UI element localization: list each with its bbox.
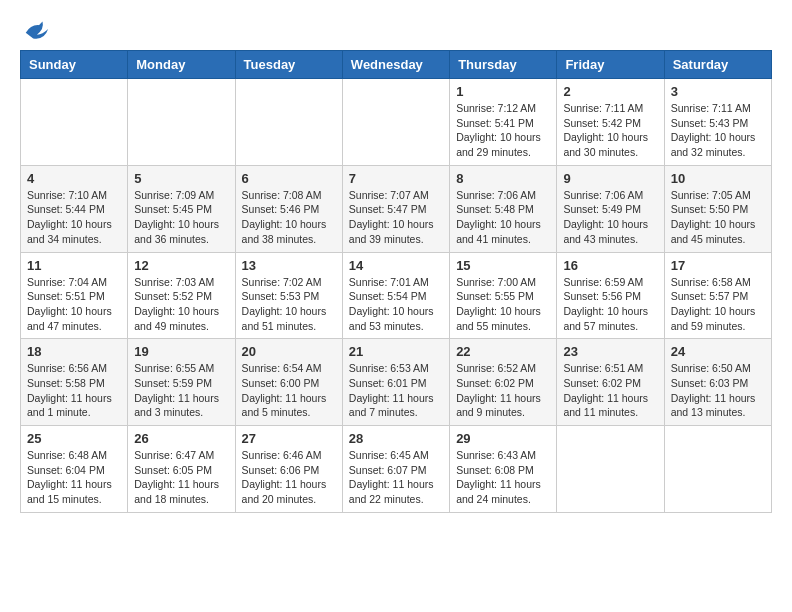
day-info: Sunrise: 6:45 AM Sunset: 6:07 PM Dayligh… xyxy=(349,448,443,507)
day-info: Sunrise: 6:52 AM Sunset: 6:02 PM Dayligh… xyxy=(456,361,550,420)
calendar-cell: 24Sunrise: 6:50 AM Sunset: 6:03 PM Dayli… xyxy=(664,339,771,426)
weekday-header-sunday: Sunday xyxy=(21,51,128,79)
calendar-cell: 23Sunrise: 6:51 AM Sunset: 6:02 PM Dayli… xyxy=(557,339,664,426)
day-info: Sunrise: 7:06 AM Sunset: 5:49 PM Dayligh… xyxy=(563,188,657,247)
day-info: Sunrise: 7:11 AM Sunset: 5:42 PM Dayligh… xyxy=(563,101,657,160)
day-info: Sunrise: 6:48 AM Sunset: 6:04 PM Dayligh… xyxy=(27,448,121,507)
day-number: 27 xyxy=(242,431,336,446)
calendar-cell: 18Sunrise: 6:56 AM Sunset: 5:58 PM Dayli… xyxy=(21,339,128,426)
calendar-cell: 5Sunrise: 7:09 AM Sunset: 5:45 PM Daylig… xyxy=(128,165,235,252)
calendar-cell xyxy=(128,79,235,166)
logo-icon xyxy=(22,16,50,44)
calendar-cell: 9Sunrise: 7:06 AM Sunset: 5:49 PM Daylig… xyxy=(557,165,664,252)
day-info: Sunrise: 6:56 AM Sunset: 5:58 PM Dayligh… xyxy=(27,361,121,420)
calendar-cell xyxy=(557,426,664,513)
day-number: 7 xyxy=(349,171,443,186)
calendar-week-3: 11Sunrise: 7:04 AM Sunset: 5:51 PM Dayli… xyxy=(21,252,772,339)
calendar-cell: 20Sunrise: 6:54 AM Sunset: 6:00 PM Dayli… xyxy=(235,339,342,426)
calendar-cell: 10Sunrise: 7:05 AM Sunset: 5:50 PM Dayli… xyxy=(664,165,771,252)
day-info: Sunrise: 6:54 AM Sunset: 6:00 PM Dayligh… xyxy=(242,361,336,420)
calendar: SundayMondayTuesdayWednesdayThursdayFrid… xyxy=(20,50,772,513)
day-number: 16 xyxy=(563,258,657,273)
day-number: 3 xyxy=(671,84,765,99)
day-number: 11 xyxy=(27,258,121,273)
day-info: Sunrise: 7:08 AM Sunset: 5:46 PM Dayligh… xyxy=(242,188,336,247)
day-number: 14 xyxy=(349,258,443,273)
day-info: Sunrise: 6:51 AM Sunset: 6:02 PM Dayligh… xyxy=(563,361,657,420)
weekday-header-tuesday: Tuesday xyxy=(235,51,342,79)
weekday-header-row: SundayMondayTuesdayWednesdayThursdayFrid… xyxy=(21,51,772,79)
weekday-header-saturday: Saturday xyxy=(664,51,771,79)
day-number: 25 xyxy=(27,431,121,446)
day-info: Sunrise: 7:02 AM Sunset: 5:53 PM Dayligh… xyxy=(242,275,336,334)
calendar-cell: 2Sunrise: 7:11 AM Sunset: 5:42 PM Daylig… xyxy=(557,79,664,166)
calendar-cell: 15Sunrise: 7:00 AM Sunset: 5:55 PM Dayli… xyxy=(450,252,557,339)
calendar-cell xyxy=(664,426,771,513)
day-number: 12 xyxy=(134,258,228,273)
day-info: Sunrise: 7:10 AM Sunset: 5:44 PM Dayligh… xyxy=(27,188,121,247)
day-info: Sunrise: 7:07 AM Sunset: 5:47 PM Dayligh… xyxy=(349,188,443,247)
day-number: 20 xyxy=(242,344,336,359)
calendar-cell: 21Sunrise: 6:53 AM Sunset: 6:01 PM Dayli… xyxy=(342,339,449,426)
calendar-cell: 6Sunrise: 7:08 AM Sunset: 5:46 PM Daylig… xyxy=(235,165,342,252)
day-number: 18 xyxy=(27,344,121,359)
day-info: Sunrise: 6:59 AM Sunset: 5:56 PM Dayligh… xyxy=(563,275,657,334)
day-info: Sunrise: 7:09 AM Sunset: 5:45 PM Dayligh… xyxy=(134,188,228,247)
day-number: 17 xyxy=(671,258,765,273)
day-number: 21 xyxy=(349,344,443,359)
day-number: 8 xyxy=(456,171,550,186)
day-number: 9 xyxy=(563,171,657,186)
day-number: 24 xyxy=(671,344,765,359)
calendar-cell: 1Sunrise: 7:12 AM Sunset: 5:41 PM Daylig… xyxy=(450,79,557,166)
calendar-cell: 14Sunrise: 7:01 AM Sunset: 5:54 PM Dayli… xyxy=(342,252,449,339)
calendar-cell: 16Sunrise: 6:59 AM Sunset: 5:56 PM Dayli… xyxy=(557,252,664,339)
calendar-cell: 28Sunrise: 6:45 AM Sunset: 6:07 PM Dayli… xyxy=(342,426,449,513)
day-info: Sunrise: 6:58 AM Sunset: 5:57 PM Dayligh… xyxy=(671,275,765,334)
calendar-cell: 22Sunrise: 6:52 AM Sunset: 6:02 PM Dayli… xyxy=(450,339,557,426)
day-info: Sunrise: 6:46 AM Sunset: 6:06 PM Dayligh… xyxy=(242,448,336,507)
calendar-cell: 17Sunrise: 6:58 AM Sunset: 5:57 PM Dayli… xyxy=(664,252,771,339)
calendar-cell xyxy=(342,79,449,166)
day-info: Sunrise: 7:04 AM Sunset: 5:51 PM Dayligh… xyxy=(27,275,121,334)
calendar-cell: 26Sunrise: 6:47 AM Sunset: 6:05 PM Dayli… xyxy=(128,426,235,513)
calendar-week-2: 4Sunrise: 7:10 AM Sunset: 5:44 PM Daylig… xyxy=(21,165,772,252)
weekday-header-wednesday: Wednesday xyxy=(342,51,449,79)
day-info: Sunrise: 7:01 AM Sunset: 5:54 PM Dayligh… xyxy=(349,275,443,334)
calendar-cell: 25Sunrise: 6:48 AM Sunset: 6:04 PM Dayli… xyxy=(21,426,128,513)
weekday-header-thursday: Thursday xyxy=(450,51,557,79)
calendar-cell: 7Sunrise: 7:07 AM Sunset: 5:47 PM Daylig… xyxy=(342,165,449,252)
calendar-week-4: 18Sunrise: 6:56 AM Sunset: 5:58 PM Dayli… xyxy=(21,339,772,426)
calendar-cell: 8Sunrise: 7:06 AM Sunset: 5:48 PM Daylig… xyxy=(450,165,557,252)
day-info: Sunrise: 6:47 AM Sunset: 6:05 PM Dayligh… xyxy=(134,448,228,507)
weekday-header-monday: Monday xyxy=(128,51,235,79)
day-number: 1 xyxy=(456,84,550,99)
calendar-cell: 19Sunrise: 6:55 AM Sunset: 5:59 PM Dayli… xyxy=(128,339,235,426)
day-info: Sunrise: 7:11 AM Sunset: 5:43 PM Dayligh… xyxy=(671,101,765,160)
day-number: 29 xyxy=(456,431,550,446)
day-number: 22 xyxy=(456,344,550,359)
day-number: 15 xyxy=(456,258,550,273)
day-number: 19 xyxy=(134,344,228,359)
day-number: 23 xyxy=(563,344,657,359)
page-header xyxy=(20,20,772,40)
day-number: 13 xyxy=(242,258,336,273)
calendar-cell: 27Sunrise: 6:46 AM Sunset: 6:06 PM Dayli… xyxy=(235,426,342,513)
calendar-cell: 3Sunrise: 7:11 AM Sunset: 5:43 PM Daylig… xyxy=(664,79,771,166)
day-number: 26 xyxy=(134,431,228,446)
day-info: Sunrise: 7:12 AM Sunset: 5:41 PM Dayligh… xyxy=(456,101,550,160)
day-info: Sunrise: 6:43 AM Sunset: 6:08 PM Dayligh… xyxy=(456,448,550,507)
calendar-cell: 29Sunrise: 6:43 AM Sunset: 6:08 PM Dayli… xyxy=(450,426,557,513)
day-info: Sunrise: 6:53 AM Sunset: 6:01 PM Dayligh… xyxy=(349,361,443,420)
calendar-cell: 4Sunrise: 7:10 AM Sunset: 5:44 PM Daylig… xyxy=(21,165,128,252)
logo xyxy=(20,20,50,40)
day-info: Sunrise: 6:50 AM Sunset: 6:03 PM Dayligh… xyxy=(671,361,765,420)
calendar-week-1: 1Sunrise: 7:12 AM Sunset: 5:41 PM Daylig… xyxy=(21,79,772,166)
day-info: Sunrise: 7:05 AM Sunset: 5:50 PM Dayligh… xyxy=(671,188,765,247)
weekday-header-friday: Friday xyxy=(557,51,664,79)
day-info: Sunrise: 7:03 AM Sunset: 5:52 PM Dayligh… xyxy=(134,275,228,334)
day-number: 4 xyxy=(27,171,121,186)
calendar-cell: 12Sunrise: 7:03 AM Sunset: 5:52 PM Dayli… xyxy=(128,252,235,339)
calendar-cell: 13Sunrise: 7:02 AM Sunset: 5:53 PM Dayli… xyxy=(235,252,342,339)
day-number: 28 xyxy=(349,431,443,446)
calendar-week-5: 25Sunrise: 6:48 AM Sunset: 6:04 PM Dayli… xyxy=(21,426,772,513)
